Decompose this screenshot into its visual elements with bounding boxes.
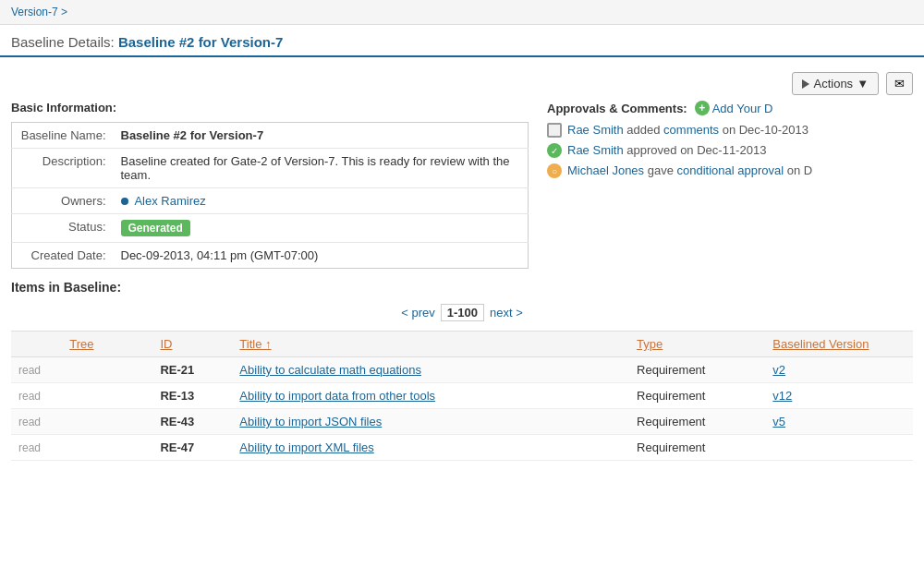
th-type[interactable]: Type [629, 332, 765, 357]
title-cell: Ability to import data from other tools [232, 383, 629, 409]
pagination: < prev 1-100 next > [11, 304, 913, 321]
basic-info-section: Basic Information: Baseline Name: Baseli… [11, 101, 529, 269]
tree-cell [62, 357, 152, 383]
th-title[interactable]: Title ↑ [232, 332, 629, 357]
approved-icon: ✓ [547, 143, 562, 158]
id-sort-link[interactable]: ID [160, 337, 172, 351]
tree-cell [62, 383, 152, 409]
breadcrumb: Version-7 > [0, 0, 924, 25]
actions-button[interactable]: Actions ▼ [792, 72, 879, 95]
comments-link[interactable]: comments [663, 123, 719, 137]
title-link[interactable]: Ability to import XML files [239, 440, 373, 454]
page-header: Baseline Details: Baseline #2 for Versio… [0, 25, 924, 57]
next-link[interactable]: next > [490, 306, 523, 320]
description-row: Description: Baseline created for Gate-2… [12, 149, 529, 188]
comment-icon [547, 123, 562, 138]
add-approval-link[interactable]: + Add Your D [695, 101, 773, 115]
approval-text-3: Michael Jones gave conditional approval … [567, 163, 812, 177]
rae-smith-link-2[interactable]: Rae Smith [567, 143, 624, 157]
rae-smith-link-1[interactable]: Rae Smith [567, 123, 624, 137]
approval-item-1: Rae Smith added comments on Dec-10-2013 [547, 123, 913, 138]
approval-text-2: Rae Smith approved on Dec-11-2013 [567, 143, 766, 157]
th-version[interactable]: Baselined Version [765, 332, 913, 357]
main-content: Basic Information: Baseline Name: Baseli… [0, 101, 924, 269]
chevron-down-icon: ▼ [857, 77, 869, 90]
owners-row: Owners: Alex Ramirez [12, 188, 529, 214]
approvals-section: Approvals & Comments: + Add Your D Rae S… [547, 101, 913, 269]
items-title: Items in Baseline: [11, 280, 913, 295]
title-cell: Ability to import JSON files [232, 409, 629, 435]
prev-link[interactable]: < prev [401, 306, 435, 320]
read-cell[interactable]: read [11, 383, 62, 409]
owners-value: Alex Ramirez [114, 188, 529, 214]
action-bar: Actions ▼ ✉ [0, 66, 924, 101]
email-button[interactable]: ✉ [886, 72, 913, 95]
conditional-approval-link[interactable]: conditional approval [677, 163, 784, 177]
version-cell: v5 [765, 409, 913, 435]
read-link[interactable]: read [18, 364, 41, 377]
read-cell[interactable]: read [11, 357, 62, 383]
description-label: Description: [12, 149, 114, 188]
status-badge: Generated [121, 220, 190, 236]
version-sort-link[interactable]: Baselined Version [772, 337, 869, 351]
type-cell: Requirement [629, 357, 765, 383]
id-cell: RE-47 [152, 435, 232, 461]
title-sort-link[interactable]: Title ↑ [239, 337, 271, 351]
title-link[interactable]: Ability to import JSON files [239, 415, 382, 428]
email-icon: ✉ [894, 77, 905, 90]
page-title-prefix: Baseline Details: [11, 34, 118, 50]
th-read [11, 332, 62, 357]
read-link[interactable]: read [18, 390, 41, 403]
tree-cell [62, 409, 152, 435]
items-section: Items in Baseline: < prev 1-100 next > T… [0, 269, 924, 461]
status-row: Status: Generated [12, 214, 529, 243]
title-cell: Ability to calculate math equations [232, 357, 629, 383]
approval-item-2: ✓ Rae Smith approved on Dec-11-2013 [547, 143, 913, 158]
read-link[interactable]: read [18, 441, 41, 454]
table-row: read RE-43 Ability to import JSON files … [11, 409, 913, 435]
add-icon: + [695, 101, 710, 115]
type-cell: Requirement [629, 383, 765, 409]
actions-label: Actions [813, 77, 853, 90]
tree-sort-link[interactable]: Tree [69, 337, 93, 351]
michael-jones-link[interactable]: Michael Jones [567, 163, 644, 177]
th-tree[interactable]: Tree [62, 332, 152, 357]
info-table: Baseline Name: Baseline #2 for Version-7… [11, 122, 529, 269]
version-cell: v2 [765, 357, 913, 383]
table-header-row: Tree ID Title ↑ Type Baselined Version [11, 332, 913, 357]
version-link[interactable]: v12 [772, 389, 792, 403]
created-date-label: Created Date: [12, 243, 114, 269]
version-link[interactable]: v2 [772, 363, 785, 377]
id-cell: RE-43 [152, 409, 232, 435]
breadcrumb-link[interactable]: Version-7 > [11, 6, 67, 18]
owner-dot-icon [121, 198, 128, 205]
current-range: 1-100 [441, 304, 484, 321]
created-date-row: Created Date: Dec-09-2013, 04:11 pm (GMT… [12, 243, 529, 269]
status-label: Status: [12, 214, 114, 243]
baseline-name-value: Baseline #2 for Version-7 [114, 123, 529, 149]
status-value: Generated [114, 214, 529, 243]
version-link[interactable]: v5 [772, 415, 785, 428]
basic-info-title: Basic Information: [11, 101, 529, 115]
read-cell[interactable]: read [11, 409, 62, 435]
description-value: Baseline created for Gate-2 of Version-7… [114, 149, 529, 188]
baseline-name-label: Baseline Name: [12, 123, 114, 149]
title-link[interactable]: Ability to calculate math equations [239, 363, 421, 377]
table-row: read RE-21 Ability to calculate math equ… [11, 357, 913, 383]
read-cell[interactable]: read [11, 435, 62, 461]
version-cell [765, 435, 913, 461]
th-id[interactable]: ID [152, 332, 232, 357]
add-approval-label: Add Your D [712, 102, 773, 115]
type-cell: Requirement [629, 409, 765, 435]
id-cell: RE-21 [152, 357, 232, 383]
table-row: read RE-13 Ability to import data from o… [11, 383, 913, 409]
created-date-value: Dec-09-2013, 04:11 pm (GMT-07:00) [114, 243, 529, 269]
title-link[interactable]: Ability to import data from other tools [239, 389, 435, 403]
type-sort-link[interactable]: Type [637, 337, 663, 351]
play-icon [802, 79, 809, 89]
read-link[interactable]: read [18, 416, 41, 428]
owner-link[interactable]: Alex Ramirez [134, 194, 205, 208]
title-cell: Ability to import XML files [232, 435, 629, 461]
approvals-header: Approvals & Comments: + Add Your D [547, 101, 913, 115]
id-cell: RE-13 [152, 383, 232, 409]
